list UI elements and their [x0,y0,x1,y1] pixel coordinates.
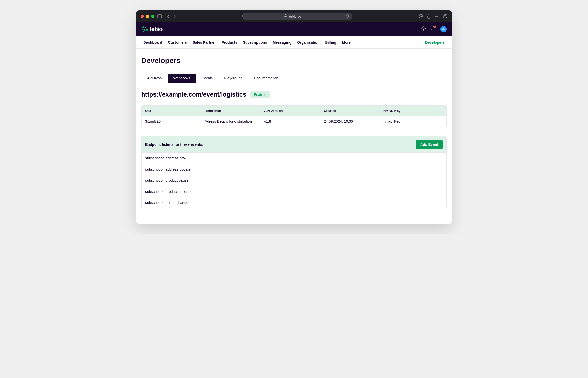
svg-point-15 [146,29,148,31]
nav-billing[interactable]: Billing [325,40,336,45]
nav-sales-partner[interactable]: Sales Partner [193,40,216,45]
tab-events[interactable]: Events [196,74,219,83]
maximize-window-button[interactable] [151,15,154,18]
page-title: Developers [141,56,447,65]
tab-webhooks[interactable]: Webhooks [168,74,196,83]
nav-products[interactable]: Products [222,40,237,45]
tab-documentation[interactable]: Documentation [248,74,284,83]
main-nav: Dashboard Customers Sales Partner Produc… [136,36,452,49]
logo-icon [141,26,148,32]
nav-items-list: Dashboard Customers Sales Partner Produc… [143,40,351,45]
nav-organisation[interactable]: Organisation [297,40,319,45]
cell-api-version: v1.8 [264,119,324,123]
events-panel-header: Endpoint listens for these events. Add E… [142,136,446,152]
event-row[interactable]: subscription.product.unpause [142,186,446,197]
share-icon[interactable] [427,14,431,19]
close-window-button[interactable] [141,15,144,18]
nav-developers[interactable]: Developers [425,40,445,45]
settings-icon[interactable] [421,26,426,32]
cell-reference: Adress Details for distribution [205,119,264,123]
sidebar-toggle-icon[interactable] [157,14,162,18]
lock-icon [284,14,287,18]
address-bar-container: tebio.de [179,13,416,20]
back-button-icon[interactable] [167,14,170,18]
nav-more[interactable]: More [342,40,350,45]
svg-rect-0 [158,15,162,18]
event-row[interactable]: subscription.address.update [142,164,446,175]
app-logo[interactable]: tebio [141,26,163,33]
tab-api-keys[interactable]: API Keys [141,74,168,83]
webhook-info-table: UID Reference API version Created HMAC K… [141,105,447,127]
svg-point-11 [142,26,144,28]
header-actions: MM [421,26,447,33]
svg-point-16 [143,31,144,32]
endpoint-header: https://example.com/event/logistics Enab… [141,91,447,98]
table-header: UID Reference API version Created HMAC K… [142,106,446,116]
app-header: tebio MM [136,22,452,36]
minimize-window-button[interactable] [146,15,149,18]
forward-button-icon[interactable] [173,14,176,18]
logo-text: tebio [150,26,163,33]
nav-messaging[interactable]: Messaging [273,40,291,45]
events-panel-title: Endpoint listens for these events. [145,142,203,147]
table-row[interactable]: 3i1gpBZ0 Adress Details for distribution… [142,116,446,127]
tabs-bar: API Keys Webhooks Events Playground Docu… [141,74,447,83]
svg-point-17 [423,28,424,30]
refresh-icon[interactable] [346,14,349,19]
address-url: tebio.de [289,14,301,18]
tab-playground[interactable]: Playground [218,74,248,83]
address-bar[interactable]: tebio.de [243,13,352,20]
events-panel: Endpoint listens for these events. Add E… [141,136,447,208]
endpoint-url: https://example.com/event/logistics [141,91,246,98]
cell-uid: 3i1gpBZ0 [145,119,205,123]
chrome-right-icons [419,14,447,19]
new-tab-icon[interactable] [435,14,439,19]
add-event-button[interactable]: Add Event [416,140,443,149]
svg-point-14 [144,29,145,31]
page-content: Developers API Keys Webhooks Events Play… [136,49,452,224]
col-hmac-key: HMAC Key [383,109,443,113]
notifications-icon[interactable] [431,26,436,33]
download-icon[interactable] [419,14,423,19]
col-created: Created [324,109,383,113]
svg-rect-10 [443,16,446,18]
event-row[interactable]: subscription.option.change [142,197,446,208]
col-uid: UID [145,109,205,113]
col-reference: Reference [205,109,264,113]
event-row[interactable]: subscription.product.pause [142,175,446,186]
browser-nav-buttons [167,14,176,18]
nav-customers[interactable]: Customers [168,40,187,45]
cell-created: 24.09.2024, 19:30 [324,119,383,123]
nav-subscriptions[interactable]: Subscriptions [243,40,267,45]
nav-dashboard[interactable]: Dashboard [143,40,162,45]
svg-point-12 [145,27,146,28]
event-row[interactable]: subscription.address.new [142,152,446,164]
tabs-overview-icon[interactable] [443,14,447,19]
window-traffic-lights [141,15,154,18]
col-api-version: API version [264,109,324,113]
user-avatar[interactable]: MM [440,26,447,32]
status-badge: Enabled [250,91,270,98]
browser-window: tebio.de tebio [136,10,452,224]
notification-dot [434,26,436,28]
svg-rect-3 [285,16,287,18]
svg-point-13 [142,29,143,30]
browser-chrome: tebio.de [136,10,452,22]
cell-hmac-key: hmac_Key [383,119,443,123]
